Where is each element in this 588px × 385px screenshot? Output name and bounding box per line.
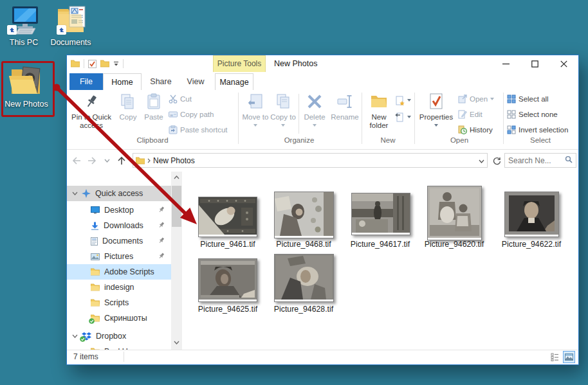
maximize-button[interactable] <box>520 55 549 72</box>
tab-share[interactable]: Share <box>144 73 178 90</box>
svg-text:w: w <box>170 113 174 117</box>
qat-new-folder-icon[interactable] <box>100 60 109 67</box>
copy-to-button[interactable]: Copy to <box>270 91 296 134</box>
contextual-tab-group: Picture Tools <box>213 55 266 72</box>
file-thumbnail[interactable] <box>427 186 482 240</box>
back-button[interactable] <box>71 155 82 166</box>
shortcut-arrow-icon <box>7 25 17 35</box>
search-icon <box>565 156 573 165</box>
rename-button[interactable]: Rename <box>329 91 360 134</box>
file-name[interactable]: Picture_94617.tif <box>345 240 416 249</box>
chevron-down-icon <box>72 334 78 338</box>
file-thumbnail[interactable] <box>198 197 257 237</box>
qat-customize-icon[interactable] <box>113 61 119 67</box>
new-item-icon <box>395 96 405 105</box>
up-button[interactable] <box>116 155 127 166</box>
maximize-icon <box>531 60 538 67</box>
sidebar-item-desktop[interactable]: Desktop <box>67 202 171 218</box>
refresh-button[interactable] <box>491 155 502 166</box>
tab-view[interactable]: View <box>180 73 211 90</box>
history-icon <box>458 125 467 134</box>
select-all-button[interactable]: Select all <box>507 93 549 105</box>
sidebar-item-backup[interactable]: BackUp <box>67 344 171 350</box>
scrollbar-thumb[interactable] <box>172 186 181 227</box>
minimize-button[interactable] <box>492 55 520 72</box>
copy-path-button[interactable]: w Copy path <box>169 108 214 121</box>
status-bar: 7 items <box>67 350 578 364</box>
sidebar-item-scripts[interactable]: Scripts <box>67 295 171 310</box>
group-label-organize: Organize <box>239 136 359 147</box>
sidebar-item-downloads[interactable]: Downloads <box>67 218 171 233</box>
group-label-clipboard: Clipboard <box>68 136 237 147</box>
tab-manage[interactable]: Manage <box>215 73 253 90</box>
history-button[interactable]: History <box>458 123 493 136</box>
sidebar-item-screenshots[interactable]: Скриншоты <box>67 310 171 326</box>
file-thumbnail[interactable] <box>504 192 559 237</box>
synced-folder-icon <box>91 314 100 322</box>
file-list: Picture_9461.tif Picture_9468.tif Pictur… <box>184 172 578 350</box>
scroll-up-icon[interactable] <box>174 175 179 179</box>
copy-icon <box>116 91 140 112</box>
pin-icon <box>158 206 165 215</box>
search-box[interactable]: Search Ne... <box>504 153 576 168</box>
sync-check-icon <box>89 318 95 324</box>
file-name[interactable]: Picture_9461.tif <box>192 240 263 249</box>
refresh-icon <box>493 157 501 165</box>
qat-properties-icon[interactable] <box>88 60 96 68</box>
properties-icon <box>418 91 454 112</box>
cut-button[interactable]: Cut <box>169 93 192 105</box>
file-name[interactable]: Picture_94622.tif <box>496 240 567 249</box>
close-button[interactable] <box>549 55 578 72</box>
file-thumbnail[interactable] <box>274 254 334 302</box>
file-name[interactable]: Picture_94625.tif <box>192 305 263 314</box>
folder-icon <box>91 268 100 276</box>
sidebar-item-pictures[interactable]: Pictures <box>67 249 171 264</box>
this-pc-icon <box>6 5 42 36</box>
rename-icon <box>329 91 360 112</box>
select-none-icon <box>507 110 516 119</box>
file-thumbnail[interactable] <box>351 193 410 235</box>
scroll-down-icon[interactable] <box>174 341 179 345</box>
tab-file[interactable]: File <box>69 73 103 90</box>
file-explorer-window: Picture Tools New Photos File Home Share… <box>66 55 579 365</box>
select-none-button[interactable]: Select none <box>507 108 558 121</box>
select-all-icon <box>507 94 516 103</box>
address-dropdown-button[interactable] <box>479 156 484 165</box>
desktop-icon-new-photos[interactable]: New Photos <box>0 66 53 109</box>
thumbnail-view-button[interactable] <box>563 351 575 363</box>
paste-button[interactable]: Paste <box>140 91 167 134</box>
open-button[interactable]: Open <box>458 93 494 105</box>
desktop-icon <box>91 206 100 214</box>
details-view-button[interactable] <box>549 351 561 363</box>
sidebar-item-dropbox[interactable]: Dropbox <box>67 328 171 344</box>
delete-button[interactable]: Delete <box>301 91 328 134</box>
file-name[interactable]: Picture_94628.tif <box>268 305 339 314</box>
paste-shortcut-button[interactable]: Paste shortcut <box>169 123 228 136</box>
easy-access-button[interactable] <box>395 111 411 123</box>
items-count: 7 items <box>73 352 98 361</box>
file-name[interactable]: Picture_9468.tif <box>268 240 339 249</box>
forward-button[interactable] <box>86 155 98 166</box>
breadcrumb[interactable]: New Photos <box>153 156 195 165</box>
downloads-icon <box>91 222 99 230</box>
edit-button[interactable]: Edit <box>458 108 482 121</box>
sidebar-item-indesign[interactable]: indesign <box>67 280 171 295</box>
tab-home[interactable]: Home <box>103 73 142 90</box>
desktop-icon-documents[interactable]: Documents <box>44 4 98 47</box>
new-folder-button[interactable]: New folder <box>364 91 394 134</box>
recent-locations-button[interactable] <box>101 155 113 166</box>
sidebar-item-documents[interactable]: Documents <box>67 233 171 249</box>
move-to-button[interactable]: Move to <box>242 91 269 134</box>
invert-selection-button[interactable]: Invert selection <box>507 123 568 136</box>
address-field[interactable]: New Photos <box>133 153 488 168</box>
file-thumbnail[interactable] <box>198 258 257 302</box>
new-item-button[interactable] <box>395 94 411 107</box>
pin-to-quick-access-button[interactable]: Pin to Quick access <box>68 91 115 134</box>
sidebar-item-quick-access[interactable]: Quick access <box>67 186 171 201</box>
nav-scrollbar[interactable] <box>171 172 182 350</box>
file-thumbnail[interactable] <box>274 192 334 238</box>
properties-button[interactable]: Properties <box>418 91 454 134</box>
sidebar-item-adobe-scripts[interactable]: Adobe Scripts <box>67 264 171 280</box>
file-name[interactable]: Picture_94620.tif <box>419 240 490 249</box>
copy-button[interactable]: Copy <box>116 91 140 134</box>
